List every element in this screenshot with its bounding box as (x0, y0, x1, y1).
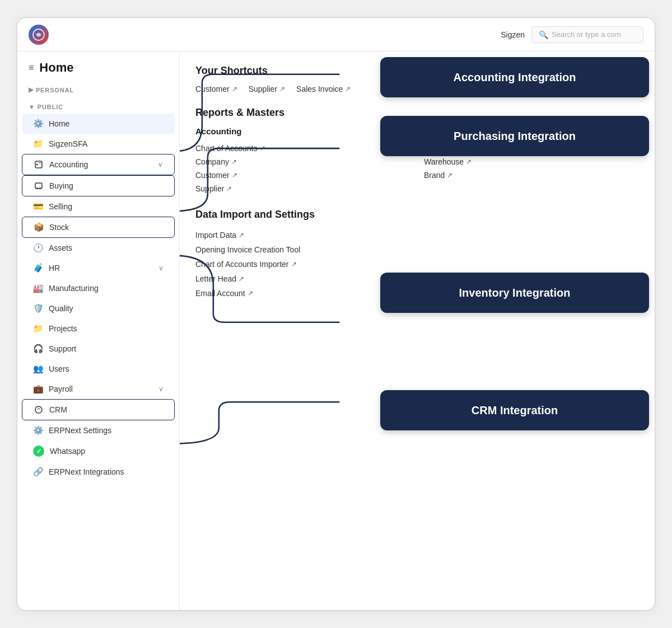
arrow-icon: ↗ (260, 144, 265, 152)
sidebar-item-support[interactable]: 🎧 Support (22, 339, 175, 359)
sidebar-item-quality[interactable]: 🛡️ Quality (22, 298, 175, 318)
crm-integration-box: CRM Integration (380, 390, 649, 430)
projects-icon: 📁 (33, 324, 43, 334)
assets-icon: 🕐 (33, 243, 43, 253)
arrow-icon: ↗ (279, 85, 285, 93)
link-customer[interactable]: Customer ↗ (195, 168, 410, 182)
stock-icon: 📦 (34, 222, 44, 232)
payroll-icon: 💼 (33, 384, 43, 394)
svg-point-7 (35, 406, 42, 413)
main-layout: ≡ Home ▶ PERSONAL ▼ PUBLIC ⚙️ Home 📁 Sig… (17, 51, 655, 610)
users-icon: 👥 (33, 364, 43, 374)
link-import-data[interactable]: Import Data ↗ (195, 228, 639, 242)
user-name: Sigzen (501, 30, 525, 39)
arrow-icon: ↗ (466, 158, 472, 166)
quality-icon: 🛡️ (33, 303, 43, 313)
personal-section-label: ▶ PERSONAL (17, 84, 179, 97)
manufacturing-icon: 🏭 (33, 283, 43, 293)
sidebar-item-selling[interactable]: 💳 Selling (22, 196, 175, 217)
accounting-column: Accounting Chart of Accounts ↗ Company ↗… (195, 126, 410, 195)
shortcut-supplier[interactable]: Supplier ↗ (249, 85, 285, 93)
arrow-icon: ↗ (231, 158, 237, 166)
chevron-right-icon: ▶ (29, 86, 34, 93)
link-chart-of-accounts[interactable]: Chart of Accounts ↗ (195, 142, 410, 155)
sidebar-item-stock[interactable]: 📦 Stock (22, 217, 175, 238)
link-warehouse[interactable]: Warehouse ↗ (424, 155, 639, 168)
folder-icon: 📁 (33, 139, 43, 149)
purchasing-integration-box: Purchasing Integration (380, 116, 649, 156)
svg-point-5 (36, 188, 38, 189)
sidebar-item-projects[interactable]: 📁 Projects (22, 318, 175, 339)
sidebar-item-accounting[interactable]: Accounting ∨ (22, 154, 175, 175)
chevron-down-icon: ∨ (158, 161, 163, 168)
svg-rect-4 (35, 183, 42, 189)
accounting-icon (34, 160, 44, 170)
link-brand[interactable]: Brand ↗ (424, 168, 639, 182)
chevron-down-icon-hr: ∨ (158, 264, 164, 272)
link-opening-invoice[interactable]: Opening Invoice Creation Tool (195, 243, 639, 256)
arrow-icon: ↗ (239, 275, 244, 283)
arrow-icon: ↗ (345, 85, 351, 93)
search-bar[interactable]: 🔍 Search or type a com (531, 26, 643, 43)
sidebar: ≡ Home ▶ PERSONAL ▼ PUBLIC ⚙️ Home 📁 Sig… (17, 51, 180, 610)
topbar: Sigzen 🔍 Search or type a com (17, 18, 655, 51)
sidebar-item-sigzensfa[interactable]: 📁 SigzenSFA (22, 134, 175, 154)
accounting-col-title: Accounting (195, 126, 410, 136)
accounting-integration-box: Accounting Integration (380, 57, 649, 97)
sidebar-item-assets[interactable]: 🕐 Assets (22, 238, 175, 258)
shortcut-customer[interactable]: Customer ↗ (195, 85, 237, 93)
arrow-icon: ↗ (239, 231, 244, 239)
inventory-integration-box: Inventory Integration (380, 273, 649, 313)
chevron-down-icon: ▼ (29, 104, 35, 110)
arrow-icon: ↗ (232, 171, 237, 179)
home-icon: ⚙️ (33, 119, 43, 129)
page-title: ≡ Home (17, 60, 179, 84)
search-icon: 🔍 (539, 30, 548, 39)
search-placeholder: Search or type a com (552, 30, 621, 39)
buying-icon (34, 181, 44, 191)
link-company[interactable]: Company ↗ (195, 155, 410, 168)
sidebar-item-erpnext-integrations[interactable]: 🔗 ERPNext Integrations (22, 462, 175, 482)
svg-point-6 (39, 188, 40, 189)
shortcut-sales-invoice[interactable]: Sales Invoice ↗ (296, 85, 351, 93)
sidebar-item-crm[interactable]: CRM (22, 399, 175, 420)
app-logo[interactable] (29, 25, 49, 45)
sidebar-item-users[interactable]: 👥 Users (22, 359, 175, 379)
public-section-label: ▼ PUBLIC (17, 101, 179, 114)
crm-icon (34, 405, 44, 415)
arrow-icon: ↗ (447, 171, 452, 179)
support-icon: 🎧 (33, 344, 43, 354)
hr-icon: 🧳 (33, 263, 43, 273)
svg-point-2 (36, 164, 38, 166)
selling-icon: 💳 (33, 201, 43, 212)
chevron-down-icon-payroll: ∨ (158, 385, 164, 393)
hamburger-icon[interactable]: ≡ (29, 63, 34, 73)
content-area: Your Shortcuts Customer ↗ Supplier ↗ Sal… (180, 51, 655, 610)
sidebar-item-erpnext-settings[interactable]: ⚙️ ERPNext Settings (22, 420, 175, 440)
sidebar-item-buying[interactable]: Buying (22, 175, 175, 196)
link-chart-importer[interactable]: Chart of Accounts Importer ↗ (195, 257, 639, 271)
integrations-icon: 🔗 (33, 467, 43, 477)
sidebar-item-payroll[interactable]: 💼 Payroll ∨ (22, 379, 175, 399)
sidebar-item-whatsapp[interactable]: ✓ Whatsapp (22, 440, 175, 462)
sidebar-item-home[interactable]: ⚙️ Home (22, 114, 175, 134)
settings-icon: ⚙️ (33, 425, 43, 435)
data-import-title: Data Import and Settings (195, 209, 639, 221)
app-container: Sigzen 🔍 Search or type a com ≡ Home ▶ P… (17, 17, 655, 611)
arrow-icon: ↗ (232, 85, 237, 93)
whatsapp-icon: ✓ (33, 446, 44, 457)
link-supplier[interactable]: Supplier ↗ (195, 182, 410, 195)
arrow-icon: ↗ (248, 289, 253, 297)
sidebar-item-hr[interactable]: 🧳 HR ∨ (22, 258, 175, 278)
sidebar-item-manufacturing[interactable]: 🏭 Manufacturing (22, 278, 175, 298)
arrow-icon: ↗ (226, 185, 232, 193)
arrow-icon: ↗ (291, 260, 297, 268)
